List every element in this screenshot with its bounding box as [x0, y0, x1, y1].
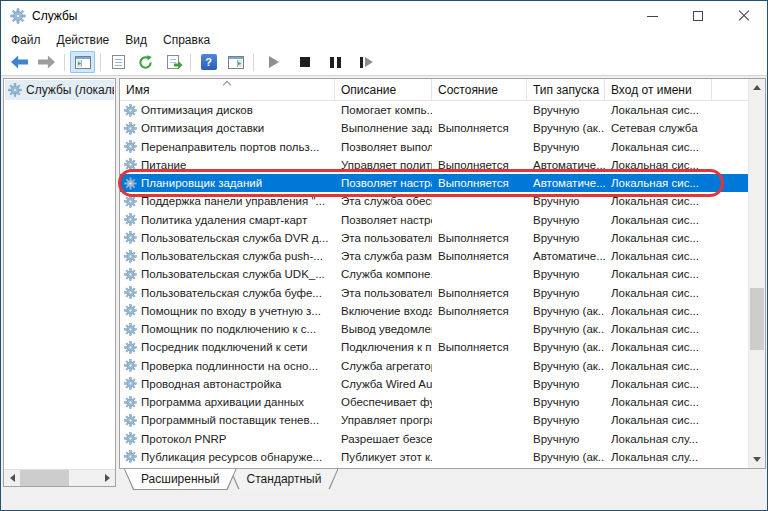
- table-row[interactable]: Публикация ресурсов обнаруже...Публикует…: [120, 448, 748, 466]
- help-button[interactable]: ?: [196, 51, 221, 73]
- cell-description: Разрешает безсер...: [341, 433, 432, 445]
- table-row[interactable]: Пользовательская служба DVR д...Эта поль…: [120, 229, 748, 247]
- cell-log_on_as: Локальная слу...: [611, 433, 698, 445]
- back-icon: [11, 56, 28, 69]
- column-header[interactable]: Состояние: [432, 79, 527, 100]
- window-title: Службы: [32, 9, 77, 23]
- show-action-pane-icon: [228, 56, 244, 69]
- start-service-button[interactable]: [261, 51, 286, 73]
- cell-name: Протокол PNRP: [141, 433, 227, 445]
- cell-description: Эта служба обесп...: [341, 195, 432, 207]
- cell-status: Выполняется: [438, 305, 509, 317]
- column-header[interactable]: Имя: [120, 79, 335, 100]
- cell-log_on_as: Локальная сис...: [611, 305, 699, 317]
- sidebar-horizontal-scrollbar[interactable]: [4, 469, 115, 486]
- table-row[interactable]: Пользовательская служба push-...Эта служ…: [120, 247, 748, 265]
- table-row[interactable]: Оптимизация доставкиВыполнение зада...Вы…: [120, 119, 748, 137]
- table-row[interactable]: Перенаправитель портов польз...Позволяет…: [120, 138, 748, 156]
- table-row[interactable]: Программный поставщик тенев...Управляет …: [120, 411, 748, 429]
- menu-item-3[interactable]: Вид: [117, 31, 155, 49]
- title-bar[interactable]: Службы: [1, 1, 767, 31]
- maximize-button[interactable]: [675, 1, 721, 31]
- service-gear-icon: [124, 341, 137, 354]
- table-row[interactable]: Оптимизация дисковПомогает компь...Вручн…: [120, 101, 748, 119]
- vertical-scrollbar[interactable]: [748, 79, 765, 468]
- table-row[interactable]: Протокол PNRPРазрешает безсер...ВручнуюЛ…: [120, 430, 748, 448]
- pause-service-button[interactable]: [323, 51, 348, 73]
- scrollbar-thumb[interactable]: [20, 470, 69, 486]
- menu-item-2[interactable]: Действие: [49, 31, 118, 49]
- scroll-down-icon[interactable]: [749, 451, 765, 468]
- toolbar: ?: [1, 49, 767, 76]
- cell-startup_type: Вручную: [533, 214, 579, 226]
- refresh-button[interactable]: [133, 51, 158, 73]
- service-gear-icon: [124, 414, 137, 427]
- show-action-pane-button[interactable]: [223, 51, 248, 73]
- cell-startup_type: Вручную: [533, 396, 579, 408]
- sidebar-item-services-local[interactable]: Службы (локальные): [5, 80, 114, 100]
- export-list-button[interactable]: [160, 51, 185, 73]
- cell-log_on_as: Локальная сис...: [611, 341, 699, 353]
- cell-name: Пользовательская служба UDK_...: [141, 268, 325, 280]
- cell-name: Пользовательская служба push-...: [141, 250, 323, 262]
- service-gear-icon: [124, 359, 137, 372]
- restart-service-icon: [360, 57, 373, 68]
- menu-item-1[interactable]: Файл: [3, 31, 49, 49]
- cell-description: Подключения к п...: [341, 341, 432, 353]
- cell-name: Программный поставщик тенев...: [141, 414, 319, 426]
- minimize-button[interactable]: [629, 1, 675, 31]
- column-header[interactable]: Вход от имени: [605, 79, 712, 100]
- cell-description: Вывод уведомлен...: [341, 323, 432, 335]
- scroll-left-icon[interactable]: [4, 470, 20, 486]
- cell-status: Выполняется: [438, 287, 509, 299]
- show-console-tree-button[interactable]: [70, 51, 95, 73]
- service-gear-icon: [124, 177, 137, 190]
- toolbar-separator: [190, 54, 191, 71]
- cell-name: Проводная автонастройка: [141, 378, 282, 390]
- cell-description: Управляет полити...: [341, 159, 432, 171]
- back-button[interactable]: [7, 51, 32, 73]
- menu-item-4[interactable]: Справка: [155, 31, 218, 49]
- cell-startup_type: Вручную (ак...: [533, 451, 605, 463]
- cell-description: Служба агрегатор...: [341, 360, 432, 372]
- table-row[interactable]: Помощник по входу в учетную з...Включени…: [120, 302, 748, 320]
- minimize-icon: [647, 16, 658, 17]
- table-row[interactable]: Пользовательская служба буфе...Эта польз…: [120, 284, 748, 302]
- cell-startup_type: Вручную (ак...: [533, 323, 605, 335]
- cell-name: Политика удаления смарт-карт: [141, 214, 307, 226]
- tab-standard[interactable]: Стандартный: [230, 469, 339, 490]
- close-button[interactable]: [721, 1, 767, 31]
- table-row[interactable]: Проводная автонастройкаСлужба Wired Aut.…: [120, 375, 748, 393]
- cell-name: Программа архивации данных: [141, 396, 304, 408]
- scroll-right-icon[interactable]: [99, 470, 115, 486]
- scroll-up-icon[interactable]: [749, 79, 765, 96]
- scrollbar-thumb[interactable]: [750, 288, 764, 350]
- table-row[interactable]: Пользовательская служба UDK_...Служба ко…: [120, 265, 748, 283]
- table-row[interactable]: Помощник по подключению к с...Вывод увед…: [120, 320, 748, 338]
- column-header[interactable]: Тип запуска: [527, 79, 605, 100]
- table-row[interactable]: ПитаниеУправляет полити...ВыполняетсяАвт…: [120, 156, 748, 174]
- column-header[interactable]: Описание: [335, 79, 432, 100]
- caption-buttons: [629, 1, 767, 31]
- cell-log_on_as: Локальная сис...: [611, 250, 699, 262]
- service-gear-icon: [124, 231, 137, 244]
- table-row[interactable]: Планировщик заданийПозволяет настра...Вы…: [120, 174, 748, 192]
- properties-button[interactable]: [106, 51, 131, 73]
- properties-icon: [112, 55, 125, 69]
- table-row[interactable]: Политика удаления смарт-картПозволяет на…: [120, 211, 748, 229]
- service-gear-icon: [124, 323, 137, 336]
- restart-service-button[interactable]: [354, 51, 379, 73]
- forward-button[interactable]: [34, 51, 59, 73]
- cell-name: Поддержка панели управления "...: [141, 195, 325, 207]
- table-row[interactable]: Поддержка панели управления "...Эта служ…: [120, 192, 748, 210]
- table-row[interactable]: Проверка подлинности на осно...Служба аг…: [120, 357, 748, 375]
- tab-extended[interactable]: Расширенный: [124, 469, 237, 490]
- cell-name: Планировщик заданий: [141, 177, 262, 189]
- export-list-icon: [167, 55, 179, 69]
- stop-service-button[interactable]: [292, 51, 317, 73]
- toolbar-separator: [100, 54, 101, 71]
- cell-status: Выполняется: [438, 341, 509, 353]
- cell-description: Выполнение зада...: [341, 122, 432, 134]
- table-row[interactable]: Посредник подключений к сетиПодключения …: [120, 338, 748, 356]
- table-row[interactable]: Программа архивации данныхОбеспечивает ф…: [120, 393, 748, 411]
